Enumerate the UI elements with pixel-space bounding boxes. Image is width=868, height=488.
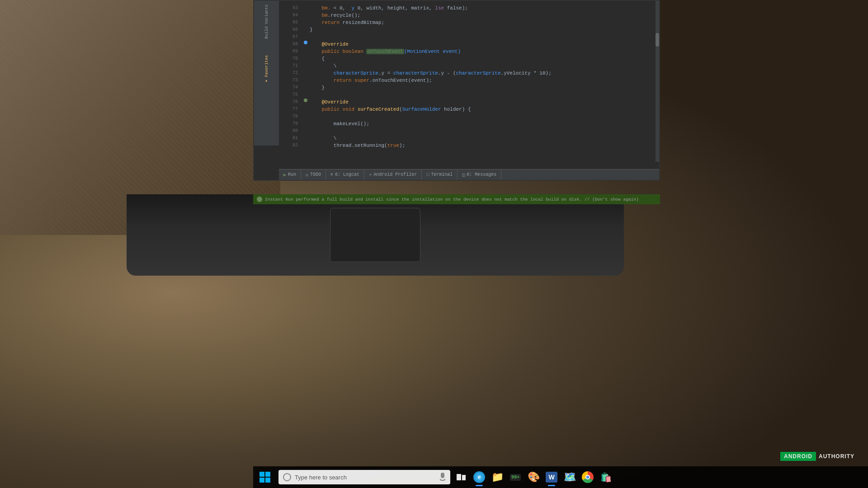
word-icon: W xyxy=(546,472,557,483)
run-tab[interactable]: ▶ Run xyxy=(279,169,301,180)
build-variants-tab[interactable]: Build Variants xyxy=(263,1,271,42)
task-view-button[interactable] xyxy=(452,466,470,488)
folder-icon: 📁 xyxy=(491,471,504,483)
code-line-64: 64 bm.recycle(); xyxy=(284,12,654,19)
watermark-android-text: ANDROID xyxy=(780,452,816,461)
code-line-70: 70 { xyxy=(284,55,654,62)
messages-tab-label: 0: Messages xyxy=(467,172,496,177)
scroll-thumb[interactable] xyxy=(656,33,659,47)
windows-taskbar: Type here to search e 📁 99+ xyxy=(253,466,868,488)
agplusplus-icon[interactable]: 99+ xyxy=(506,466,524,488)
paint-icon: 🎨 xyxy=(528,471,540,483)
logcat-tab-label: 6: Logcat xyxy=(335,172,359,177)
code-line-72: 72 characterSprite.y = characterSprite.y… xyxy=(284,70,654,77)
ag-icon: 99+ xyxy=(510,474,521,481)
code-line-80: 80 xyxy=(284,127,654,135)
run-icon: ▶ xyxy=(283,172,286,178)
laptop-screen-container: Build Variants ★ Favorites 63 bm. < 0, y… xyxy=(253,0,660,194)
search-placeholder: Type here to search xyxy=(295,474,436,481)
code-line-82: 82 thread.setRunning(true); xyxy=(284,142,654,149)
todo-tab-label: TODO xyxy=(310,172,321,177)
code-line-75: 75 xyxy=(284,91,654,99)
logcat-icon: ≡ xyxy=(330,172,333,177)
code-line-71: 71 \ xyxy=(284,62,654,70)
taskbar-search[interactable]: Type here to search xyxy=(278,470,450,484)
logcat-tab[interactable]: ≡ 6: Logcat xyxy=(326,169,364,180)
favorites-tab[interactable]: ★ Favorites xyxy=(263,52,271,87)
messages-icon: ◫ xyxy=(462,172,465,178)
code-line-76: 76 @Override xyxy=(284,99,654,106)
store-icon: 🛍️ xyxy=(600,472,612,483)
code-line-69: 69 public boolean onTouchEvent(MotionEve… xyxy=(284,48,654,55)
profiler-icon: ⚡ xyxy=(369,172,372,178)
code-line-79: 79 makeLevel(); xyxy=(284,120,654,127)
edge-icon: e xyxy=(473,471,485,483)
ide-bottom-tabs: ▶ Run ☑ TODO ≡ 6: Logcat ⚡ Android Profi… xyxy=(279,169,659,180)
android-studio-ide: Build Variants ★ Favorites 63 bm. < 0, y… xyxy=(254,1,659,180)
todo-icon: ☑ xyxy=(306,172,308,178)
code-line-73: 73 return super.onTouchEvent(event); xyxy=(284,77,654,84)
notification-icon xyxy=(257,197,262,202)
store-icon-button[interactable]: 🛍️ xyxy=(597,466,615,488)
build-variants-label: Build Variants xyxy=(264,5,269,39)
windows-logo-icon xyxy=(259,472,270,483)
messages-tab[interactable]: ◫ 0: Messages xyxy=(458,169,501,180)
terminal-tab[interactable]: □ Terminal xyxy=(422,169,458,180)
notification-text: Instant Run performed a full build and i… xyxy=(265,197,639,202)
code-line-67: 67 xyxy=(284,33,654,41)
word-icon-button[interactable]: W xyxy=(542,466,561,488)
code-line-68: 68 @Override xyxy=(284,41,654,48)
ide-notification-bar: Instant Run performed a full build and i… xyxy=(253,194,660,204)
android-authority-watermark: ANDROID AUTHORITY xyxy=(780,452,854,461)
microphone-icon[interactable] xyxy=(439,473,446,482)
code-line-63: 63 bm. < 0, y 0, width, height, matrix, … xyxy=(284,5,654,12)
terminal-tab-label: Terminal xyxy=(431,172,453,177)
chrome-icon xyxy=(582,471,594,483)
scrollbar[interactable] xyxy=(656,1,659,162)
favorites-star-icon: ★ xyxy=(264,79,269,83)
code-line-78: 78 xyxy=(284,113,654,120)
laptop-screen: Build Variants ★ Favorites 63 bm. < 0, y… xyxy=(253,0,660,181)
start-button[interactable] xyxy=(253,466,277,488)
todo-tab[interactable]: ☑ TODO xyxy=(301,169,326,180)
code-editor[interactable]: 63 bm. < 0, y 0, width, height, matrix, … xyxy=(279,1,659,162)
file-explorer-icon[interactable]: 📁 xyxy=(488,466,506,488)
code-line-77: 77 public void surfaceCreated(SurfaceHol… xyxy=(284,106,654,113)
watermark-authority-text: AUTHORITY xyxy=(819,453,854,460)
paint-icon-button[interactable]: 🎨 xyxy=(524,466,542,488)
code-line-66: 66 } xyxy=(284,26,654,33)
android-profiler-tab[interactable]: ⚡ Android Profiler xyxy=(364,169,422,180)
terminal-icon: □ xyxy=(426,172,429,177)
maps-icon: 🗺️ xyxy=(564,471,576,483)
laptop-keyboard-base xyxy=(127,194,624,276)
code-line-65: 65 return resizedBitmap; xyxy=(284,19,654,26)
code-line-74: 74 } xyxy=(284,84,654,91)
maps-icon-button[interactable]: 🗺️ xyxy=(561,466,579,488)
run-tab-label: Run xyxy=(288,172,296,177)
ide-left-panel: Build Variants ★ Favorites xyxy=(254,1,279,145)
profiler-tab-label: Android Profiler xyxy=(373,172,417,177)
favorites-label: Favorites xyxy=(264,55,269,77)
task-view-icon xyxy=(457,474,466,480)
laptop-trackpad[interactable] xyxy=(330,208,420,262)
chrome-icon-button[interactable] xyxy=(579,466,597,488)
code-line-81: 81 \ xyxy=(284,135,654,142)
edge-browser-icon[interactable]: e xyxy=(470,466,488,488)
search-icon xyxy=(283,473,291,481)
